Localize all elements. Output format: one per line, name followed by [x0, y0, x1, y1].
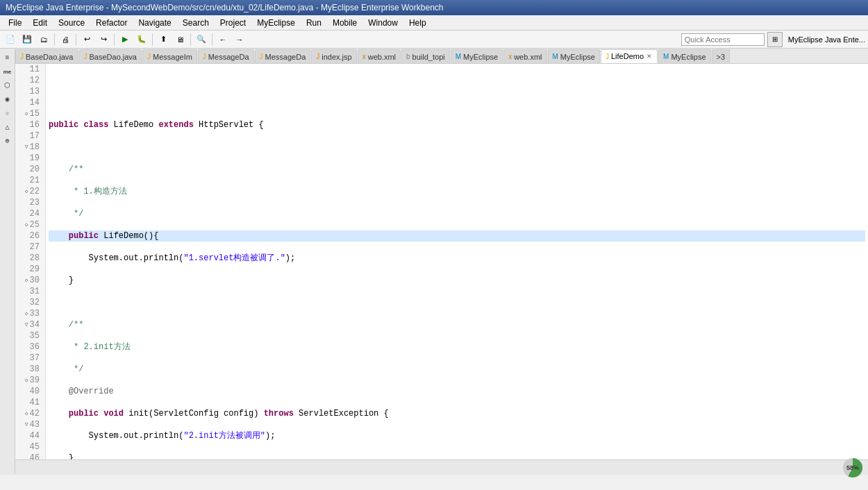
fold-30[interactable]: ◇ — [23, 275, 28, 286]
menu-refactor[interactable]: Refactor — [90, 15, 133, 30]
code-editor: 11 12 13 14 ◇15 16 17 ▽18 19 20 21 ◇22 2… — [15, 64, 868, 459]
code-line-25: @Override — [49, 386, 865, 397]
menu-run[interactable]: Run — [301, 15, 327, 30]
menu-navigate[interactable]: Navigate — [133, 15, 176, 30]
fold-39[interactable]: ◇ — [23, 375, 28, 386]
sidebar-icon-2[interactable]: me — [1, 65, 14, 78]
perspective-btn[interactable]: ⊞ — [767, 32, 783, 47]
run-btn[interactable]: ▶ — [117, 32, 133, 47]
fold-34[interactable]: ▽ — [23, 319, 28, 330]
toolbar: 📄 💾 🗂 🖨 ↩ ↪ ▶ 🐛 ⬆ 🖥 🔍 ← → ⊞ MyEclipse Ja… — [0, 31, 868, 49]
menu-source[interactable]: Source — [53, 15, 90, 30]
tab-basedao2[interactable]: J BaseDao.java — [79, 49, 142, 63]
tab-label-myeclipse3: MyEclipse — [671, 53, 706, 61]
tab-webxml2[interactable]: x web.xml — [503, 49, 546, 63]
fold-22[interactable]: ◇ — [23, 186, 28, 197]
fold-33[interactable]: ◇ — [23, 308, 28, 319]
line-46: 46 — [18, 453, 40, 459]
sidebar-icon-3[interactable]: ⬡ — [1, 79, 14, 92]
sidebar-icon-4[interactable]: ◉ — [1, 93, 14, 105]
save-all-btn[interactable]: 🗂 — [36, 32, 51, 47]
tab-icon-messageda2: J — [260, 53, 263, 60]
tab-overflow[interactable]: >3 — [712, 49, 731, 63]
line-26: 26 — [18, 230, 40, 242]
line-14: 14 — [18, 97, 40, 108]
line-27: 27 — [18, 242, 40, 253]
tab-label-myeclipse1: MyEclipse — [463, 53, 498, 61]
debug-btn[interactable]: 🐛 — [134, 32, 149, 47]
new-btn[interactable]: 📄 — [3, 32, 18, 47]
line-37: 37 — [18, 353, 40, 364]
menu-edit[interactable]: Edit — [27, 15, 53, 30]
line-28: 28 — [18, 253, 40, 264]
menu-file[interactable]: File — [3, 15, 27, 30]
menu-window[interactable]: Window — [362, 15, 403, 30]
tab-label-webxml2: web.xml — [514, 53, 542, 61]
forward-btn[interactable]: → — [232, 32, 247, 47]
code-line-20: } — [49, 275, 865, 286]
tab-icon-messageim: J — [147, 53, 151, 60]
line-31: 31 — [18, 286, 40, 297]
tab-webxml1[interactable]: x web.xml — [358, 49, 401, 63]
line-30: ◇30 — [18, 275, 40, 286]
code-line-11 — [49, 75, 865, 86]
line-16: 16 — [18, 119, 40, 130]
code-line-24: */ — [49, 364, 865, 375]
tab-icon-basedao2: J — [84, 53, 87, 60]
tab-icon-myeclipse3: M — [663, 53, 669, 60]
line-42: ◇42 — [18, 408, 40, 419]
line-45: 45 — [18, 441, 40, 453]
fold-42[interactable]: ◇ — [23, 408, 28, 419]
line-18: ▽18 — [18, 142, 40, 153]
line-13: 13 — [18, 86, 40, 97]
sidebar-icon-6[interactable]: △ — [1, 121, 14, 133]
sidebar-icon-1[interactable]: ≡ — [1, 51, 14, 64]
undo-btn[interactable]: ↩ — [79, 32, 94, 47]
tab-messageim[interactable]: J MessageIm — [142, 49, 197, 63]
title-text: MyEclipse Java Enterprise - MySecondWebD… — [6, 3, 444, 12]
code-line-16: * 1.构造方法 — [49, 186, 865, 197]
tab-lifedemo[interactable]: J LifeDemo ✕ — [601, 49, 658, 63]
tab-close-lifedemo[interactable]: ✕ — [646, 53, 653, 60]
fold-15[interactable]: ◇ — [23, 108, 28, 119]
menu-mobile[interactable]: Mobile — [327, 15, 362, 30]
sidebar-icon-5[interactable]: ☆ — [1, 107, 14, 119]
menu-help[interactable]: Help — [403, 15, 432, 30]
fold-43[interactable]: ▽ — [23, 419, 28, 430]
line-12: 12 — [18, 75, 40, 86]
search-btn[interactable]: 🔍 — [194, 32, 209, 47]
deploy-btn[interactable]: ⬆ — [156, 32, 171, 47]
menu-myeclipse[interactable]: MyEclipse — [251, 15, 301, 30]
save-btn[interactable]: 💾 — [19, 32, 35, 47]
tab-basedao1[interactable]: J BaseDao.java — [15, 49, 78, 63]
tab-icon-webxml1: x — [362, 53, 366, 60]
print-btn[interactable]: 🖨 — [58, 32, 73, 47]
tab-myeclipse3[interactable]: M MyEclipse — [658, 49, 710, 63]
code-line-27: System.out.println("2.init方法被调用"); — [49, 430, 865, 441]
tab-myeclipse2[interactable]: M MyEclipse — [548, 49, 600, 63]
redo-btn[interactable]: ↪ — [96, 32, 111, 47]
fold-18[interactable]: ▽ — [23, 142, 28, 153]
server-btn[interactable]: 🖥 — [172, 32, 187, 47]
tab-myeclipse1[interactable]: M MyEclipse — [451, 49, 503, 63]
code-content[interactable]: public class LifeDemo extends HttpServle… — [46, 64, 868, 459]
fold-25[interactable]: ◇ — [23, 219, 28, 230]
menu-project[interactable]: Project — [215, 15, 251, 30]
quick-access-input[interactable] — [681, 33, 765, 46]
sep3 — [114, 33, 115, 46]
sep5 — [190, 33, 191, 46]
back-btn[interactable]: ← — [215, 32, 231, 47]
quick-access-area: ⊞ MyEclipse Java Ente... — [681, 32, 865, 47]
tab-indexjsp[interactable]: J index.jsp — [311, 49, 356, 63]
tab-buildtopi[interactable]: b build_topi — [401, 49, 450, 63]
tab-label-lifedemo: LifeDemo — [611, 52, 644, 60]
tab-messageda2[interactable]: J MessageDa — [255, 49, 311, 63]
code-line-17: */ — [49, 208, 865, 219]
tab-messageda1[interactable]: J MessageDa — [198, 49, 254, 63]
line-11: 11 — [18, 64, 40, 75]
tab-icon-webxml2: x — [508, 53, 512, 60]
menu-search[interactable]: Search — [177, 15, 215, 30]
zoom-indicator: 58% — [843, 458, 862, 478]
sidebar-icon-7[interactable]: ⊕ — [1, 135, 14, 147]
tab-icon-buildtopi: b — [406, 53, 410, 60]
